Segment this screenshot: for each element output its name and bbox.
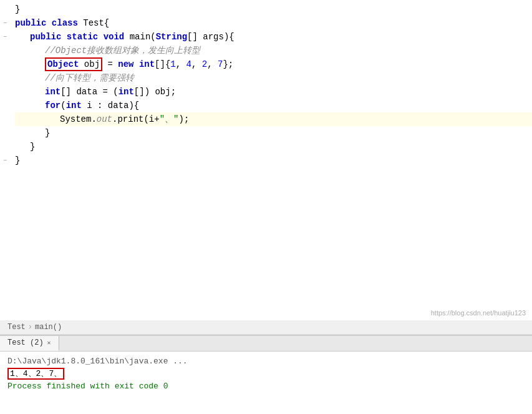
code-line-8: for(int i : data){ (15, 99, 532, 112)
tab-label: Test (2) (7, 338, 44, 347)
console-content: D:\Java\jdk1.8.0_161\bin\java.exe ... 1、… (0, 352, 532, 414)
code-lines: } public class Test{ public static void … (10, 2, 532, 320)
program-output-line: 1、4、2、7、 (7, 368, 525, 380)
fold-icon-3[interactable]: − (0, 30, 10, 44)
code-line-11: } (15, 140, 532, 154)
breadcrumb-method: main() (35, 323, 62, 332)
fold-icon-7 (0, 85, 10, 99)
code-line-7: int[] data = (int[]) obj; (15, 85, 532, 99)
exit-message-line: Process finished with exit code 0 (7, 380, 525, 393)
fold-icon-9 (0, 112, 10, 126)
code-container: − − − } public class Test{ public (0, 0, 532, 320)
tabs-bar: Test (2) ✕ (0, 336, 532, 352)
output-highlight-box: 1、4、2、7、 (7, 368, 64, 380)
fold-icon-11 (0, 140, 10, 154)
code-line-9: System.out.print(i+"、"); (15, 112, 532, 126)
code-line-12: } (15, 154, 532, 167)
code-line-3: public static void main(String[] args){ (15, 30, 532, 44)
output-tab[interactable]: Test (2) ✕ (0, 336, 59, 351)
fold-icon-2[interactable]: − (0, 16, 10, 30)
code-line-4: //Object接收数组对象，发生向上转型 (15, 44, 532, 57)
output-panel: Test (2) ✕ D:\Java\jdk1.8.0_161\bin\java… (0, 335, 532, 414)
watermark: https://blog.csdn.net/huatjiu123 (431, 309, 526, 317)
code-line-10: } (15, 126, 532, 140)
editor-area: − − − } public class Test{ public (0, 0, 532, 320)
breadcrumb-class: Test (7, 323, 26, 332)
fold-icon-1[interactable] (0, 2, 10, 16)
tab-close-icon[interactable]: ✕ (47, 339, 51, 347)
fold-icon-8 (0, 99, 10, 112)
fold-icon-6 (0, 71, 10, 85)
code-line-6: //向下转型，需要强转 (15, 71, 532, 85)
code-line-5: Object obj = new int[]{1, 4, 2, 7}; (15, 57, 532, 71)
red-box-object-obj: Object obj (45, 57, 102, 71)
breadcrumb-separator: › (28, 323, 32, 332)
fold-column: − − − (0, 2, 10, 320)
code-line-1: } (15, 2, 532, 16)
fold-icon-12[interactable]: − (0, 154, 10, 167)
breadcrumb-bar: Test › main() (0, 320, 532, 335)
fold-icon-10 (0, 126, 10, 140)
java-path-line: D:\Java\jdk1.8.0_161\bin\java.exe ... (7, 355, 525, 368)
code-line-2: public class Test{ (15, 16, 532, 30)
fold-icon-4 (0, 44, 10, 57)
fold-icon-5 (0, 57, 10, 71)
